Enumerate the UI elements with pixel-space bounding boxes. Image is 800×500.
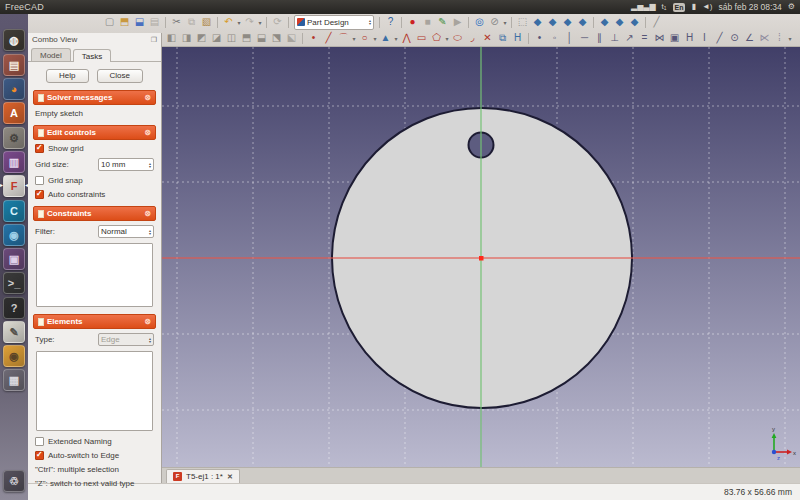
system-settings-icon[interactable]: ⚙ [3, 127, 25, 149]
constrain-horizontal-distance-button[interactable]: H [682, 31, 697, 45]
dash-home-button[interactable]: ◍ [3, 29, 25, 51]
create-rectangle-button[interactable]: ▭ [414, 31, 429, 45]
refresh-button[interactable]: ⟳ [270, 15, 285, 29]
freecad-icon[interactable]: F [3, 175, 25, 197]
create-fillet-button[interactable]: ◞ [465, 31, 480, 45]
trash-icon[interactable]: ♲ [3, 470, 25, 492]
battery-icon[interactable]: ▮ [691, 0, 695, 14]
macro-stop-button[interactable]: ■ [420, 15, 435, 29]
constrain-symmetric-button[interactable]: ⋈ [652, 31, 667, 45]
constraints-list[interactable] [36, 243, 153, 307]
text-entry-indicator[interactable]: t₁ [662, 0, 667, 14]
section-collapse-icon[interactable]: ⊗ [144, 128, 151, 137]
3d-viewport[interactable]: y x z [162, 47, 800, 467]
constrain-internal-alignment-button-dropdown-icon[interactable]: ▾ [787, 35, 793, 42]
view-mode-button-1[interactable]: ◧ [164, 31, 179, 45]
right-view-button[interactable]: ◆ [575, 15, 590, 29]
grid-snap-checkbox[interactable] [35, 176, 44, 185]
fit-all-button[interactable]: ⬚ [515, 15, 530, 29]
save-document-button[interactable]: ⬓ [132, 15, 147, 29]
macro-play-button[interactable]: ▶ [450, 15, 465, 29]
elements-list[interactable] [36, 351, 153, 431]
search-button[interactable]: ◎ [472, 15, 487, 29]
screenshot-app-icon[interactable]: ▣ [3, 248, 25, 270]
trim-edge-button[interactable]: ✕ [480, 31, 495, 45]
solver-messages-header[interactable]: Solver messages ⊗ [33, 90, 156, 105]
view-mode-button-3[interactable]: ◩ [194, 31, 209, 45]
new-document-button[interactable]: ▢ [102, 15, 117, 29]
create-line-button[interactable]: ╱ [321, 31, 336, 45]
sketch-center-point[interactable] [479, 256, 484, 261]
rear-view-button[interactable]: ◆ [597, 15, 612, 29]
constrain-snell-button[interactable]: ⋉ [757, 31, 772, 45]
create-slot-button[interactable]: ⬭ [450, 31, 465, 45]
elements-header[interactable]: Elements ⊗ [33, 314, 156, 329]
view-mode-button-7[interactable]: ⬓ [254, 31, 269, 45]
copy-button[interactable]: ⧉ [184, 15, 199, 29]
external-geometry-button[interactable]: ⧉ [495, 31, 510, 45]
draw-style-button-dropdown-icon[interactable]: ▾ [502, 19, 508, 26]
measure-distance-button[interactable]: ╱ [649, 15, 664, 29]
section-collapse-icon[interactable]: ⊗ [144, 209, 151, 218]
workbench-selector[interactable]: Part Design [294, 15, 374, 30]
constrain-horizontal-button[interactable]: ─ [577, 31, 592, 45]
clock-label[interactable]: sáb feb 28 08:34 [718, 0, 781, 14]
cut-button[interactable]: ✂ [169, 15, 184, 29]
front-view-button[interactable]: ◆ [545, 15, 560, 29]
help-button[interactable]: Help [46, 69, 88, 83]
view-mode-button-5[interactable]: ◫ [224, 31, 239, 45]
firefox-icon[interactable]: ◕ [3, 78, 25, 100]
top-view-button[interactable]: ◆ [560, 15, 575, 29]
view-mode-button-4[interactable]: ◪ [209, 31, 224, 45]
view-mode-button-8[interactable]: ⬔ [269, 31, 284, 45]
whats-this-button[interactable]: ? [383, 15, 398, 29]
text-editor-icon[interactable]: ✎ [3, 321, 25, 343]
files-icon[interactable]: ▤ [3, 54, 25, 76]
workspace-switcher-icon[interactable]: ▦ [3, 369, 25, 391]
tab-model[interactable]: Model [31, 48, 71, 61]
edit-controls-header[interactable]: Edit controls ⊗ [33, 125, 156, 140]
extended-naming-checkbox[interactable] [35, 437, 44, 446]
create-arc-button[interactable]: ⌒ [336, 31, 351, 45]
open-document-button[interactable]: ⬒ [117, 15, 132, 29]
axonometric-view-button[interactable]: ◆ [530, 15, 545, 29]
close-document-icon[interactable]: ✕ [227, 473, 233, 481]
constrain-block-button[interactable]: ▣ [667, 31, 682, 45]
globe-app-icon[interactable]: ◉ [3, 224, 25, 246]
bottom-view-button[interactable]: ◆ [612, 15, 627, 29]
volume-icon[interactable]: ◄) [702, 0, 713, 14]
print-button[interactable]: ▤ [147, 15, 162, 29]
view-mode-button-6[interactable]: ⬒ [239, 31, 254, 45]
create-polygon-button[interactable]: ⬠ [429, 31, 444, 45]
help-app-icon[interactable]: ? [3, 297, 25, 319]
view-mode-button-2[interactable]: ◨ [179, 31, 194, 45]
tab-tasks[interactable]: Tasks [73, 49, 111, 62]
grid-size-input[interactable]: 10 mm [98, 158, 154, 171]
draw-style-button[interactable]: ⊘ [487, 15, 502, 29]
system-load-indicator[interactable]: ▂▅▃▆ [631, 0, 656, 14]
constrain-coincident-button[interactable]: • [532, 31, 547, 45]
terminal-icon[interactable]: >_ [3, 272, 25, 294]
create-circle-button[interactable]: ○ [357, 31, 372, 45]
section-collapse-icon[interactable]: ⊗ [144, 317, 151, 326]
constrain-radius-button[interactable]: ⊙ [727, 31, 742, 45]
section-collapse-icon[interactable]: ⊗ [144, 93, 151, 102]
spinner-arrows-icon[interactable] [149, 162, 151, 168]
view-mode-button-9[interactable]: ⬕ [284, 31, 299, 45]
constrain-tangent-button[interactable]: ↗ [622, 31, 637, 45]
macro-record-button[interactable]: ● [405, 15, 420, 29]
gimp-icon[interactable]: ◉ [3, 345, 25, 367]
close-button[interactable]: Close [97, 69, 143, 83]
redo-button[interactable]: ↷ [242, 15, 257, 29]
paste-button[interactable]: ▧ [199, 15, 214, 29]
blue-c-app-icon[interactable]: C [3, 200, 25, 222]
create-polyline-button[interactable]: ⋀ [399, 31, 414, 45]
show-grid-checkbox[interactable] [35, 144, 44, 153]
element-type-select[interactable]: Edge [98, 333, 154, 346]
document-tab[interactable]: F T5-ej1 : 1* ✕ [166, 469, 240, 483]
auto-constraints-checkbox[interactable] [35, 190, 44, 199]
constrain-parallel-button[interactable]: ∥ [592, 31, 607, 45]
session-gear-icon[interactable]: ⚙ [788, 0, 795, 14]
create-conic-button[interactable]: ▲ [378, 31, 393, 45]
constrain-internal-alignment-button[interactable]: ⁞ [772, 31, 787, 45]
